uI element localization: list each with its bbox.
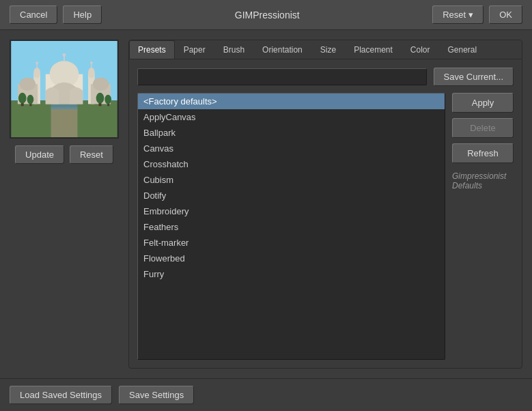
tab-general[interactable]: General xyxy=(439,40,486,59)
save-current-button[interactable]: Save Current... xyxy=(434,68,514,86)
list-item[interactable]: Cubism xyxy=(138,172,445,188)
cancel-button[interactable]: Cancel xyxy=(10,5,57,24)
delete-button[interactable]: Delete xyxy=(452,118,514,138)
load-settings-button[interactable]: Load Saved Settings xyxy=(10,386,112,404)
title-bar-left: Cancel Help xyxy=(10,5,102,24)
svg-point-23 xyxy=(27,95,34,104)
content-area: <Factory defaults> ApplyCanvas Ballpark … xyxy=(137,93,514,360)
preview-image xyxy=(10,40,119,139)
list-item[interactable]: Crosshatch xyxy=(138,156,445,172)
refresh-button[interactable]: Refresh xyxy=(452,143,514,163)
svg-point-17 xyxy=(20,77,36,90)
tab-color[interactable]: Color xyxy=(402,40,439,59)
bottom-bar: Load Saved Settings Save Settings xyxy=(0,378,532,411)
svg-point-7 xyxy=(63,53,66,57)
window-title: GIMPressionist xyxy=(102,10,432,20)
filter-row: Save Current... xyxy=(137,68,514,86)
right-panel: Presets Paper Brush Orientation Size Pla… xyxy=(128,40,522,369)
svg-rect-3 xyxy=(51,104,78,109)
ok-button[interactable]: OK xyxy=(489,5,522,24)
presets-list[interactable]: <Factory defaults> ApplyCanvas Ballpark … xyxy=(137,93,445,360)
svg-point-9 xyxy=(33,68,40,79)
save-settings-button[interactable]: Save Settings xyxy=(119,386,194,404)
preview-svg xyxy=(11,41,117,137)
svg-point-15 xyxy=(90,61,93,64)
svg-point-27 xyxy=(104,95,111,104)
svg-point-21 xyxy=(18,93,27,104)
list-item[interactable]: Feathers xyxy=(138,219,445,235)
list-item[interactable]: <Factory defaults> xyxy=(138,94,445,109)
help-button[interactable]: Help xyxy=(63,5,102,24)
apply-button[interactable]: Apply xyxy=(452,93,514,113)
svg-point-19 xyxy=(93,77,109,90)
reset-button[interactable]: Reset ▾ xyxy=(432,5,484,24)
left-panel: Update Reset xyxy=(10,40,119,369)
chevron-down-icon: ▾ xyxy=(468,10,473,20)
tab-paper[interactable]: Paper xyxy=(175,40,214,59)
svg-point-11 xyxy=(36,61,38,64)
list-item[interactable]: ApplyCanvas xyxy=(138,109,445,125)
tab-presets[interactable]: Presets xyxy=(129,40,175,59)
filter-input[interactable] xyxy=(137,68,427,85)
svg-point-13 xyxy=(88,68,95,79)
image-buttons: Update Reset xyxy=(15,145,113,164)
svg-point-25 xyxy=(96,93,104,104)
list-item[interactable]: Canvas xyxy=(138,141,445,156)
tab-orientation[interactable]: Orientation xyxy=(253,40,311,59)
update-button[interactable]: Update xyxy=(15,145,64,164)
list-item[interactable]: Felt-marker xyxy=(138,235,445,251)
list-item[interactable]: Flowerbed xyxy=(138,251,445,266)
title-bar: Cancel Help GIMPressionist Reset ▾ OK xyxy=(0,0,532,30)
side-buttons: Apply Delete Refresh Gimpressionist Defa… xyxy=(452,93,514,360)
main-content: Update Reset Presets Paper Brush Orienta… xyxy=(0,30,532,378)
title-bar-right: Reset ▾ OK xyxy=(432,5,522,24)
tab-placement[interactable]: Placement xyxy=(345,40,402,59)
presets-tab-content: Save Current... <Factory defaults> Apply… xyxy=(129,59,522,368)
tab-size[interactable]: Size xyxy=(311,40,345,59)
list-item[interactable]: Furry xyxy=(138,266,445,282)
list-item[interactable]: Embroidery xyxy=(138,203,445,219)
tab-brush[interactable]: Brush xyxy=(214,40,253,59)
list-item[interactable]: Dotify xyxy=(138,188,445,203)
image-reset-button[interactable]: Reset xyxy=(70,145,113,164)
svg-rect-2 xyxy=(51,107,78,137)
defaults-text: Gimpressionist Defaults xyxy=(452,171,514,190)
list-item[interactable]: Ballpark xyxy=(138,125,445,141)
tabs-bar: Presets Paper Brush Orientation Size Pla… xyxy=(129,40,522,59)
